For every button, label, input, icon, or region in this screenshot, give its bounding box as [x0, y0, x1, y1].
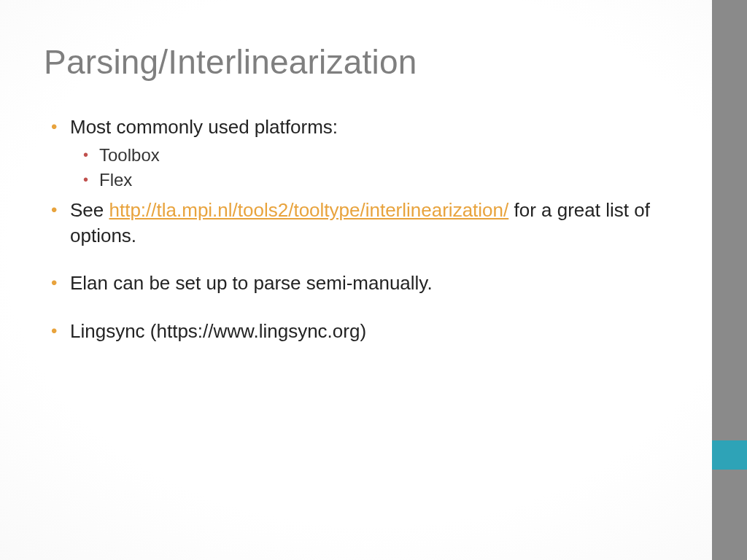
bullet-text: Most commonly used platforms: [70, 116, 338, 138]
list-item: See http://tla.mpi.nl/tools2/tooltype/in… [70, 198, 657, 249]
list-item: Flex [99, 168, 657, 193]
bullet-text-pre: See [70, 199, 109, 221]
bullet-list: Most commonly used platforms: Toolbox Fl… [44, 114, 657, 344]
list-item: Elan can be set up to parse semi-manuall… [70, 271, 657, 296]
sidebar-gray-strip [712, 0, 747, 560]
accent-square [712, 440, 747, 470]
bullet-text: Flex [99, 170, 132, 190]
interlinearization-link[interactable]: http://tla.mpi.nl/tools2/tooltype/interl… [109, 199, 509, 221]
slide-content: Parsing/Interlinearization Most commonly… [0, 0, 700, 560]
list-item: Lingsync (https://www.lingsync.org) [70, 319, 657, 344]
bullet-text: Toolbox [99, 145, 160, 165]
list-item: Most commonly used platforms: Toolbox Fl… [70, 114, 657, 194]
bullet-text: Elan can be set up to parse semi-manuall… [70, 272, 433, 294]
list-item: Toolbox [99, 143, 657, 168]
bullet-text: Lingsync (https://www.lingsync.org) [70, 320, 366, 342]
sub-list: Toolbox Flex [70, 143, 657, 194]
slide-title: Parsing/Interlinearization [44, 44, 657, 81]
